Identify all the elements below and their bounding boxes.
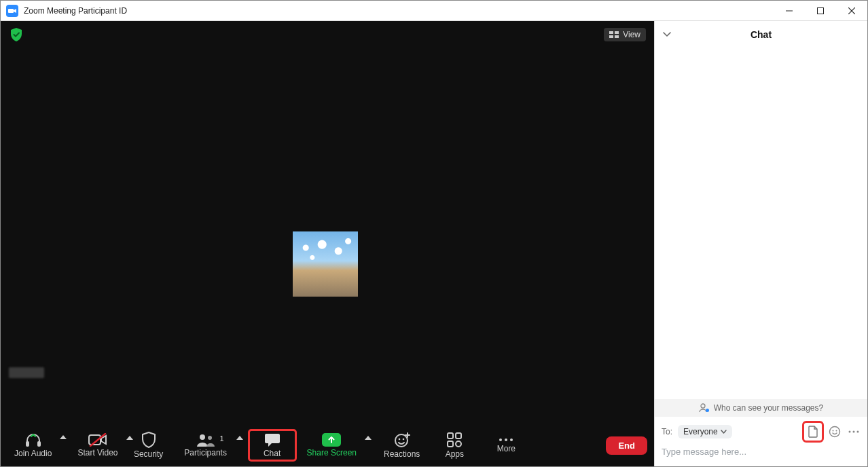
view-button-label: View — [623, 30, 640, 39]
participants-count: 1 — [219, 434, 223, 443]
svg-point-17 — [402, 438, 404, 441]
svg-point-28 — [706, 409, 709, 412]
chat-bubble-icon — [264, 432, 281, 447]
smile-plus-icon — [394, 432, 410, 448]
share-options-caret[interactable] — [363, 436, 373, 440]
participant-video-tile[interactable] — [293, 231, 358, 297]
chat-messages-area — [655, 48, 867, 399]
chat-label: Chat — [264, 449, 281, 458]
participants-options-caret[interactable] — [235, 436, 245, 440]
security-button[interactable]: Security — [125, 429, 173, 462]
svg-point-14 — [208, 436, 212, 440]
join-audio-button[interactable]: Join Audio — [7, 430, 58, 461]
svg-rect-7 — [609, 35, 613, 38]
window-minimize-button[interactable] — [774, 1, 805, 21]
svg-point-27 — [701, 404, 705, 408]
participants-button[interactable]: 1 Participants — [177, 430, 235, 460]
window-title: Zoom Meeting Participant ID — [24, 6, 127, 16]
svg-rect-21 — [456, 433, 461, 438]
attach-file-button[interactable] — [803, 422, 822, 441]
svg-rect-9 — [26, 441, 29, 447]
encryption-shield-icon[interactable] — [9, 27, 24, 42]
apps-icon — [446, 432, 463, 448]
chat-to-dropdown[interactable]: Everyone — [678, 425, 732, 438]
end-meeting-button[interactable]: End — [606, 436, 647, 455]
svg-point-33 — [853, 431, 855, 433]
chat-title: Chat — [751, 29, 772, 40]
file-icon — [808, 426, 818, 438]
headphones-icon — [24, 432, 42, 447]
window-close-button[interactable] — [836, 1, 867, 21]
share-screen-icon — [322, 433, 341, 447]
chat-more-button[interactable] — [847, 425, 861, 438]
emoji-button[interactable] — [828, 425, 842, 438]
reactions-label: Reactions — [384, 449, 420, 459]
chat-collapse-caret[interactable] — [663, 32, 671, 37]
svg-rect-22 — [448, 441, 453, 447]
zoom-app-icon — [6, 5, 18, 17]
end-label: End — [618, 441, 635, 451]
more-label: More — [497, 444, 516, 453]
svg-rect-20 — [448, 433, 453, 438]
view-button[interactable]: View — [604, 28, 646, 41]
dots-icon — [498, 437, 514, 443]
share-screen-button[interactable]: Share Screen — [300, 430, 363, 460]
svg-point-16 — [398, 438, 400, 441]
chat-panel: Chat Who can see your messages? To: Ever… — [654, 21, 867, 466]
more-button[interactable]: More — [482, 434, 530, 456]
reactions-button[interactable]: Reactions — [377, 429, 427, 462]
chat-message-input[interactable] — [662, 447, 861, 457]
svg-point-13 — [200, 434, 205, 440]
chat-to-value: Everyone — [683, 427, 718, 436]
meeting-stage: View Join Audio — [1, 21, 654, 466]
people-icon — [196, 433, 216, 447]
share-screen-label: Share Screen — [307, 448, 357, 457]
meeting-toolbar: Join Audio Start Video — [1, 424, 654, 466]
dots-icon — [848, 430, 859, 433]
video-off-icon — [88, 433, 107, 447]
svg-point-32 — [849, 431, 851, 433]
self-name-badge — [9, 367, 44, 378]
svg-point-25 — [505, 438, 507, 441]
svg-point-23 — [456, 441, 461, 447]
shield-icon — [141, 432, 156, 448]
svg-rect-2 — [818, 7, 824, 14]
chevron-down-icon — [721, 430, 727, 434]
svg-rect-6 — [615, 31, 619, 34]
participants-label: Participants — [184, 448, 227, 457]
grid-icon — [609, 31, 619, 38]
svg-point-30 — [833, 430, 834, 432]
svg-rect-0 — [8, 9, 14, 13]
join-audio-label: Join Audio — [14, 449, 52, 458]
svg-point-24 — [499, 438, 502, 441]
person-info-icon — [699, 403, 710, 413]
start-video-label: Start Video — [77, 448, 117, 457]
chat-button[interactable]: Chat — [249, 430, 296, 461]
svg-rect-5 — [609, 31, 613, 34]
svg-rect-10 — [37, 441, 41, 447]
svg-point-26 — [510, 438, 513, 441]
chat-to-label: To: — [662, 427, 672, 436]
window-titlebar: Zoom Meeting Participant ID — [1, 1, 867, 21]
chat-compose: To: Everyone — [655, 417, 867, 466]
chat-visibility-info[interactable]: Who can see your messages? — [655, 399, 867, 417]
svg-point-31 — [836, 430, 837, 432]
svg-point-34 — [857, 431, 859, 433]
start-video-button[interactable]: Start Video — [71, 430, 124, 460]
chat-visibility-label: Who can see your messages? — [714, 403, 823, 413]
smile-icon — [829, 426, 841, 438]
svg-rect-8 — [615, 35, 619, 38]
video-area — [1, 48, 654, 424]
apps-label: Apps — [446, 449, 464, 459]
security-label: Security — [134, 449, 163, 459]
chat-header: Chat — [655, 21, 867, 48]
audio-options-caret[interactable] — [58, 435, 68, 439]
svg-point-15 — [395, 434, 408, 447]
window-maximize-button[interactable] — [805, 1, 836, 21]
svg-point-29 — [830, 427, 840, 437]
apps-button[interactable]: Apps — [431, 429, 478, 462]
